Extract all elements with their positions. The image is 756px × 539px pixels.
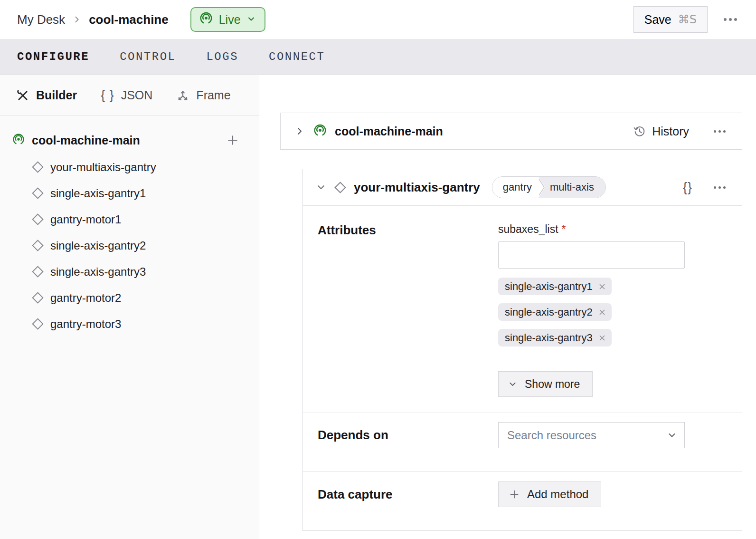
tree-item[interactable]: single-axis-gantry2: [0, 232, 259, 259]
close-icon[interactable]: [597, 282, 607, 291]
config-sidebar: Builder { } JSON Frame: [0, 75, 259, 539]
history-button[interactable]: History: [633, 125, 689, 138]
component-title: your-multiaxis-gantry: [354, 180, 480, 195]
chevron-right-icon[interactable]: [294, 125, 305, 137]
save-shortcut: ⌘S: [678, 13, 697, 26]
subaxis-chip: single-axis-gantry1: [498, 278, 612, 295]
main-tabbar: CONFIGURE CONTROL LOGS CONNECT: [0, 39, 756, 75]
depends-on-controls: Search resources: [498, 422, 685, 471]
chevron-down-icon[interactable]: [315, 182, 327, 193]
tree-item-label: gantry-motor3: [50, 318, 121, 331]
data-capture-section-label: Data capture: [318, 487, 393, 501]
view-json-label: JSON: [121, 88, 153, 102]
machine-status-dropdown[interactable]: Live: [190, 7, 265, 32]
attributes-label-col: Attributes: [318, 223, 498, 413]
tree-root-label: cool-machine-main: [32, 134, 217, 147]
chevron-down-icon: [246, 13, 256, 27]
required-marker: *: [562, 223, 566, 235]
component-card: your-multiaxis-gantry gantry multi-axis …: [302, 169, 742, 531]
resource-tree: cool-machine-main your-multiaxis-gantry …: [0, 116, 259, 337]
view-builder[interactable]: Builder: [16, 88, 77, 102]
subaxes-chip-list: single-axis-gantry1 single-axis-gantry2 …: [498, 278, 685, 355]
tree-item[interactable]: your-multiaxis-gantry: [0, 154, 259, 180]
add-method-label: Add method: [527, 488, 588, 501]
broadcast-icon: [313, 123, 327, 139]
view-json[interactable]: { } JSON: [101, 88, 152, 103]
view-frame[interactable]: Frame: [176, 88, 230, 102]
braces-icon: { }: [101, 88, 114, 103]
app-root: My Desk cool-machine Live Save ⌘S: [0, 0, 756, 539]
depends-on-select[interactable]: Search resources: [498, 422, 685, 448]
data-capture-label-col: Data capture: [318, 481, 498, 531]
tree-item-label: single-axis-gantry3: [50, 265, 146, 279]
chevron-down-icon: [667, 431, 677, 440]
chevron-down-icon: [508, 380, 517, 389]
tree-root-machine-part[interactable]: cool-machine-main: [0, 126, 259, 154]
breadcrumb-current: cool-machine: [89, 12, 169, 27]
history-label: History: [652, 125, 689, 138]
component-type-badge: gantry multi-axis: [492, 176, 606, 198]
tree-item[interactable]: single-axis-gantry3: [0, 259, 259, 285]
braces-icon[interactable]: {}: [683, 180, 692, 195]
component-diamond-icon: [31, 239, 44, 252]
component-diamond-icon: [31, 187, 44, 200]
tree-item[interactable]: single-axis-gantry1: [0, 180, 259, 206]
subaxis-chip: single-axis-gantry2: [498, 303, 612, 321]
badge-type: gantry: [492, 177, 539, 198]
component-diamond-icon: [31, 265, 44, 278]
save-button[interactable]: Save ⌘S: [633, 6, 708, 33]
component-diamond-icon: [31, 161, 44, 173]
attributes-controls: subaxes_list* single-axis-gantry1 single…: [498, 223, 685, 413]
tree-item-label: single-axis-gantry1: [50, 187, 146, 200]
tab-configure[interactable]: CONFIGURE: [17, 50, 89, 63]
broadcast-icon: [199, 11, 213, 28]
close-icon[interactable]: [597, 333, 607, 343]
data-capture-controls: Add method: [498, 481, 685, 531]
subaxis-chip: single-axis-gantry3: [498, 329, 612, 346]
chevron-right-icon: [73, 15, 81, 24]
tree-item[interactable]: gantry-motor3: [0, 311, 259, 337]
close-icon[interactable]: [597, 308, 607, 317]
component-diamond-icon: [31, 291, 44, 304]
depends-on-placeholder: Search resources: [507, 429, 667, 442]
add-method-button[interactable]: Add method: [498, 481, 601, 507]
tree-item-label: gantry-motor1: [50, 213, 121, 226]
view-switcher: Builder { } JSON Frame: [0, 75, 259, 116]
show-more-label: Show more: [525, 378, 580, 391]
component-card-header: your-multiaxis-gantry gantry multi-axis …: [303, 169, 742, 206]
broadcast-icon: [12, 133, 25, 148]
show-more-button[interactable]: Show more: [498, 371, 593, 397]
subaxes-input[interactable]: [498, 241, 685, 269]
badge-model: multi-axis: [539, 177, 605, 198]
main-panel: cool-machine-main History: [259, 75, 756, 539]
breadcrumb: My Desk cool-machine: [17, 12, 169, 27]
component-overflow-menu-icon[interactable]: [709, 182, 730, 193]
depends-on-label-col: Depends on: [318, 422, 498, 471]
machine-bar-overflow-menu-icon[interactable]: [709, 125, 730, 137]
content-row: Builder { } JSON Frame: [0, 75, 756, 539]
tree-item[interactable]: gantry-motor2: [0, 285, 259, 311]
save-label: Save: [644, 13, 671, 27]
depends-on-section-label: Depends on: [318, 428, 388, 442]
tab-logs[interactable]: LOGS: [206, 50, 238, 63]
header-overflow-menu-icon[interactable]: [719, 13, 742, 26]
tab-connect[interactable]: CONNECT: [269, 50, 325, 63]
attributes-section: Attributes subaxes_list* single-axis-gan…: [303, 206, 742, 413]
machine-part-bar: cool-machine-main History: [280, 113, 742, 150]
tree-item-label: single-axis-gantry2: [50, 239, 146, 252]
attributes-section-label: Attributes: [318, 223, 376, 237]
depends-on-section: Depends on Search resources: [303, 413, 742, 471]
field-label-text: subaxes_list: [498, 223, 558, 235]
data-capture-section: Data capture Add method: [303, 471, 742, 531]
status-label: Live: [219, 13, 241, 27]
tree-item-label: gantry-motor2: [50, 291, 121, 305]
tree-item-label: your-multiaxis-gantry: [50, 161, 156, 174]
tab-control[interactable]: CONTROL: [120, 50, 176, 63]
breadcrumb-parent-link[interactable]: My Desk: [17, 12, 65, 27]
tree-item[interactable]: gantry-motor1: [0, 206, 259, 232]
component-diamond-icon: [31, 213, 44, 226]
component-diamond-icon: [31, 318, 44, 330]
add-resource-button[interactable]: [224, 131, 242, 149]
subaxes-field-label: subaxes_list*: [498, 223, 685, 236]
tools-icon: [16, 89, 29, 102]
